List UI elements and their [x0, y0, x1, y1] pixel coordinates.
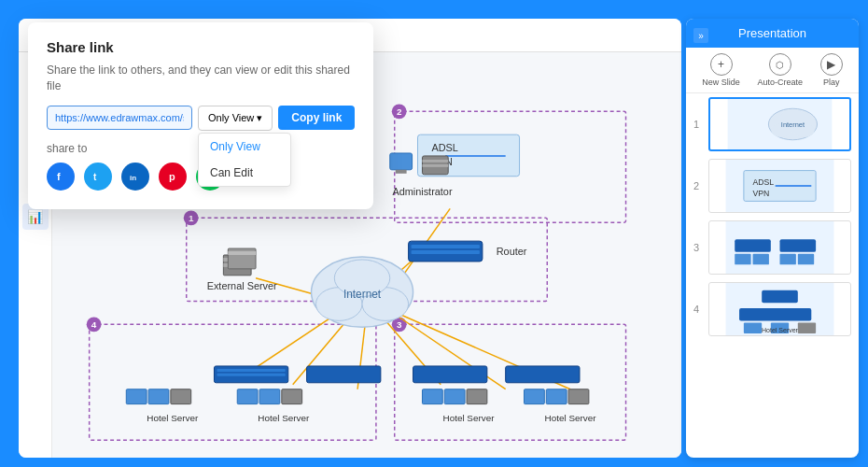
- share-modal: Share link Share the link to others, and…: [28, 22, 373, 209]
- facebook-share-button[interactable]: f: [47, 163, 75, 191]
- copy-link-button[interactable]: Copy link: [278, 106, 355, 130]
- permission-button[interactable]: Only View ▾: [198, 106, 273, 131]
- permission-label: Only View: [208, 112, 254, 123]
- svg-text:f: f: [57, 171, 61, 182]
- dropdown-item-only-view[interactable]: Only View: [199, 134, 290, 160]
- svg-text:t: t: [93, 172, 97, 182]
- dropdown-item-can-edit[interactable]: Can Edit: [199, 160, 290, 186]
- permission-select[interactable]: Only View ▾ Only View Can Edit: [198, 106, 273, 131]
- svg-text:in: in: [130, 174, 136, 182]
- permission-arrow-icon: ▾: [257, 112, 262, 124]
- share-link-input[interactable]: [47, 106, 192, 130]
- linkedin-share-button[interactable]: in: [121, 163, 149, 191]
- pinterest-share-button[interactable]: p: [159, 163, 187, 191]
- modal-description: Share the link to others, and they can v…: [47, 63, 355, 94]
- permission-dropdown: Only View Can Edit: [198, 133, 291, 187]
- link-row: Only View ▾ Only View Can Edit Copy link: [47, 106, 355, 131]
- twitter-share-button[interactable]: t: [84, 163, 112, 191]
- svg-text:p: p: [169, 171, 175, 182]
- modal-overlay: Share link Share the link to others, and…: [0, 0, 868, 467]
- modal-title: Share link: [47, 39, 355, 55]
